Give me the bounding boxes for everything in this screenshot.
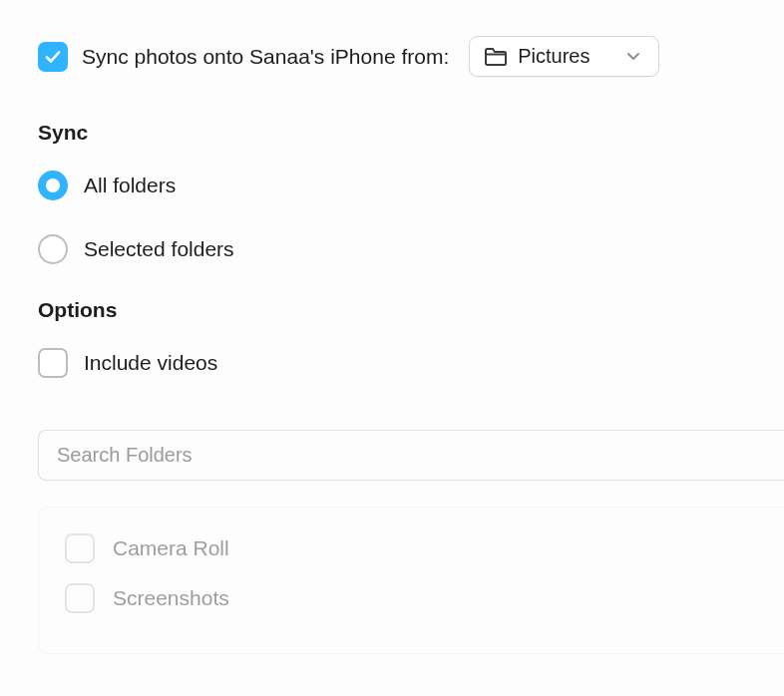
chevron-down-icon <box>626 52 640 62</box>
source-folder-name: Pictures <box>518 45 589 68</box>
include-videos-checkbox[interactable] <box>38 348 68 378</box>
folder-label: Camera Roll <box>113 536 229 560</box>
sync-photos-checkbox[interactable] <box>38 42 68 72</box>
radio-all-folders[interactable] <box>38 171 68 200</box>
list-item: Screenshots <box>65 573 784 623</box>
folder-checkbox-camera-roll[interactable] <box>65 533 95 563</box>
folder-checkbox-screenshots[interactable] <box>65 583 95 613</box>
radio-selected-folders[interactable] <box>38 234 68 264</box>
options-heading: Options <box>38 298 784 322</box>
sync-heading: Sync <box>38 121 784 145</box>
list-item: Camera Roll <box>65 523 784 573</box>
include-videos-label: Include videos <box>84 351 217 375</box>
folder-list: Camera Roll Screenshots <box>38 507 784 654</box>
source-folder-dropdown[interactable]: Pictures <box>469 36 658 77</box>
radio-selected-folders-label: Selected folders <box>84 237 234 261</box>
folder-label: Screenshots <box>113 586 229 610</box>
sync-photos-label: Sync photos onto Sanaa's iPhone from: <box>82 45 449 69</box>
folder-icon <box>484 47 508 67</box>
checkmark-icon <box>44 48 62 66</box>
radio-all-folders-label: All folders <box>84 174 176 197</box>
search-folders-field[interactable] <box>38 430 784 481</box>
search-input[interactable] <box>55 443 768 468</box>
